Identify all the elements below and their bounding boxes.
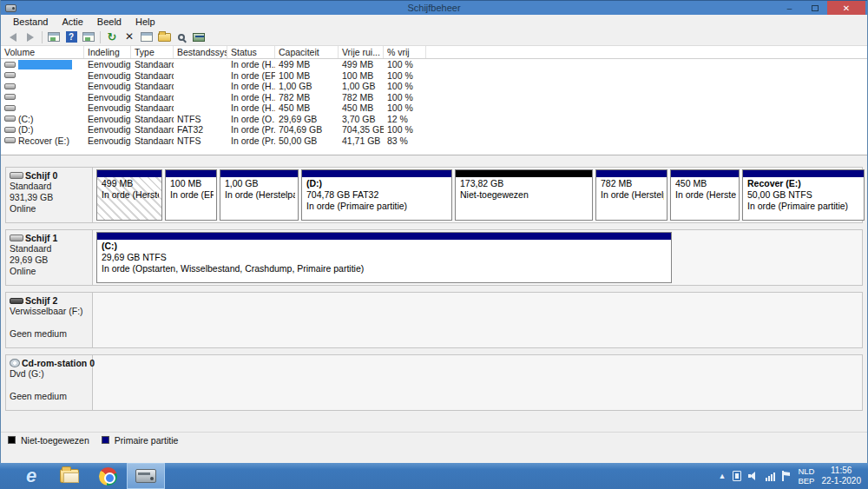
cell-volume: (D:) [18,124,34,135]
col-indeling[interactable]: Indeling [84,46,131,58]
toolbar-separator [100,31,101,43]
cell-free: 704,35 GB [339,124,384,135]
menubar: Bestand Actie Beeld Help [1,15,867,29]
keyboard-layout: BEP [798,476,814,486]
cell-status: In orde (H... [227,59,275,69]
legend-label-primary: Primaire partitie [115,435,179,446]
disk-info-schijf-2[interactable]: Schijf 2 Verwisselbaar (F:) Geen medium [6,293,93,347]
volume-disk-icon [4,94,16,100]
disk-type: Standaard [10,243,90,254]
cell-status: In orde (O... [227,114,275,124]
partition-recovery-1gb[interactable]: 1,00 GB In orde (Herstelpartit [220,169,299,221]
cell-free: 782 MB [339,92,384,102]
tray-device-icon[interactable] [733,471,741,481]
table-row[interactable]: Eenvoudig Standaard In orde (EF... 100 M… [1,70,867,82]
disk-info-schijf-1[interactable]: Schijf 1 Standaard 29,69 GB Online [6,230,93,285]
table-row[interactable]: Eenvoudig Standaard In orde (H... 1,00 G… [1,81,867,92]
taskbar-ie-button[interactable]: e [12,463,50,489]
partition-recovery-499mb[interactable]: 499 MB In orde (Herstelpar [96,169,162,221]
clock[interactable]: 11:56 22-1-2020 [821,466,861,486]
properties-button[interactable] [138,30,155,44]
partition-size: 1,00 GB [225,178,295,189]
table-row[interactable]: (D:) Eenvoudig Standaard FAT32 In orde (… [1,124,867,135]
cell-capacity: 100 MB [275,70,339,81]
taskbar-explorer-button[interactable] [50,463,89,489]
partition-recover-e[interactable]: Recover (E:) 50,00 GB NTFS In orde (Prim… [742,169,865,221]
cell-capacity: 499 MB [275,59,339,69]
col-bestandssysteem[interactable]: Bestandssys... [174,46,227,58]
col-capaciteit[interactable]: Capaciteit [275,46,339,58]
partition-status: In orde (Herstelpartit [225,189,295,201]
menu-beeld[interactable]: Beeld [90,16,128,28]
table-row[interactable]: Eenvoudig Standaard In orde (H... 450 MB… [1,102,867,114]
action-pane-button[interactable] [80,30,97,44]
partition-status: Niet-toegewezen [460,189,589,201]
menu-bestand[interactable]: Bestand [6,16,55,28]
cell-type: Standaard [131,92,174,102]
console-tree-button[interactable] [45,30,62,44]
drive-icon [10,235,23,241]
unallocated-legend-swatch [8,436,16,444]
cell-indeling: Eenvoudig [84,135,131,146]
disk-info-schijf-0[interactable]: Schijf 0 Standaard 931,39 GB Online [6,168,93,222]
partition-d[interactable]: (D:) 704,78 GB FAT32 In orde (Primaire p… [301,169,452,221]
disk-management-view-button[interactable] [190,30,207,44]
delete-button[interactable]: ✕ [121,30,138,44]
window-bottom-strip [1,447,867,463]
close-button[interactable]: ✕ [827,1,865,15]
language-indicator[interactable]: NLD BEP [798,466,814,486]
cell-status: In orde (Pr... [227,124,275,135]
table-row[interactable]: Eenvoudig Standaard In orde (H... 782 MB… [1,92,867,103]
menu-actie[interactable]: Actie [55,16,89,28]
speaker-icon[interactable] [748,471,759,481]
back-button[interactable] [4,30,22,44]
cell-capacity: 1,00 GB [275,81,339,91]
help-button[interactable]: ? [62,30,80,44]
hidden-icons-chevron[interactable]: ▲ [718,472,726,480]
col-pct-vrij[interactable]: % vrij [384,46,426,58]
partition-recovery-450mb[interactable]: 450 MB In orde (Herstelpa [670,169,740,221]
table-row[interactable]: Recover (E:) Eenvoudig Standaard NTFS In… [1,135,867,147]
network-icon[interactable] [766,472,775,481]
unallocated-space[interactable]: 173,82 GB Niet-toegewezen [455,169,593,221]
language-code: NLD [798,466,814,476]
titlebar[interactable]: Schijfbeheer – ✕ [1,0,867,15]
forward-button[interactable] [22,30,39,44]
table-row[interactable]: (C:) Eenvoudig Standaard NTFS In orde (O… [1,114,867,125]
taskbar-disk-management-button[interactable] [127,463,165,489]
open-folder-icon [158,33,171,42]
menu-help[interactable]: Help [128,16,162,28]
desktop: Schijfbeheer – ✕ Bestand Actie Beeld Hel… [0,0,868,489]
disk-management-icon [135,469,156,483]
col-volume[interactable]: Volume [1,46,84,58]
col-status[interactable]: Status [227,46,275,58]
restore-button[interactable] [802,1,827,15]
disk-management-window: Schijfbeheer – ✕ Bestand Actie Beeld Hel… [0,0,868,463]
minimize-button[interactable]: – [777,1,802,15]
refresh-button[interactable]: ↻ [103,30,121,44]
partition-recovery-782mb[interactable]: 782 MB In orde (Herstelparti [595,169,667,221]
action-center-flag-icon[interactable] [782,471,791,481]
disk-info-cdrom-0[interactable]: Cd-rom-station 0 Dvd (G:) Geen medium [6,355,93,410]
cell-indeling: Eenvoudig [84,70,131,81]
col-type[interactable]: Type [131,46,174,58]
table-row[interactable]: Eenvoudig Standaard In orde (H... 499 MB… [1,59,867,70]
primary-partition-legend-swatch [102,436,109,444]
search-button[interactable] [173,30,190,44]
cell-pct-free: 100 % [384,92,426,102]
taskbar-chrome-button[interactable] [89,463,127,489]
taskbar-buttons: e [0,463,165,489]
partition-efi-100mb[interactable]: 100 MB In orde (EFI-s [165,169,217,221]
open-folder-button[interactable] [155,30,173,44]
disk-name: Schijf 1 [25,233,57,243]
partition-size: 450 MB [675,178,736,189]
cell-fs: FAT32 [174,124,227,135]
col-vrije-ruimte[interactable]: Vrije rui... [339,46,384,58]
disk-status: Online [10,203,90,215]
cell-free: 450 MB [339,102,384,113]
cell-capacity: 704,69 GB [275,124,339,135]
primary-partition-strip [97,170,161,177]
delete-icon: ✕ [125,31,134,43]
cell-status: In orde (H... [227,92,275,102]
partition-c[interactable]: (C:) 29,69 GB NTFS In orde (Opstarten, W… [96,232,672,283]
